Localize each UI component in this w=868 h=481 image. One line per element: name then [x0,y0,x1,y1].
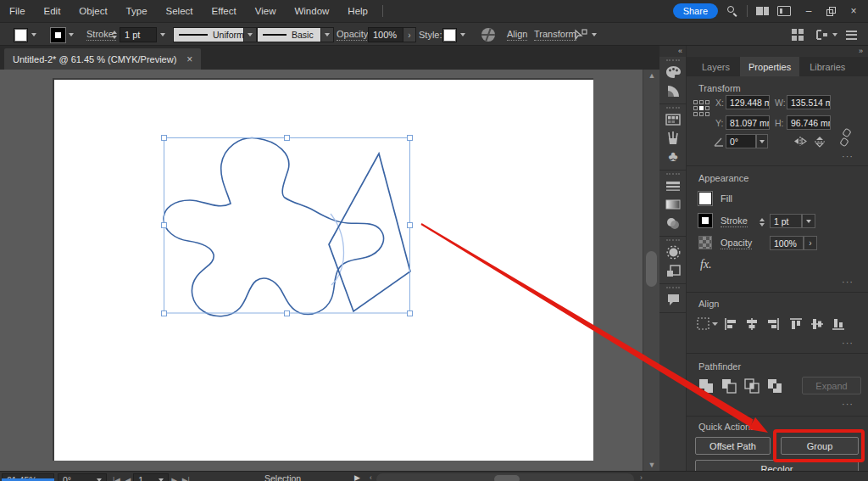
fill-swatch[interactable] [698,192,712,205]
transparency-panel-icon[interactable] [659,214,687,232]
opacity-label[interactable]: Opacity: [337,29,370,41]
brush-definition-select[interactable]: Basic [257,27,321,42]
menu-edit[interactable]: Edit [35,0,70,22]
tab-properties[interactable]: Properties [740,57,799,76]
style-chevron-icon[interactable] [460,33,465,36]
flip-horizontal-icon[interactable] [793,136,807,147]
status-play-icon[interactable]: ▶ [354,473,360,481]
isolate-mode-icon[interactable] [481,28,495,42]
share-button[interactable]: Share [673,3,718,19]
select-similar-icon[interactable] [573,28,588,42]
document-layout-icon[interactable] [777,6,791,16]
fill-label[interactable]: Fill [721,193,732,204]
rotation-select[interactable]: 0° [58,473,107,481]
x-field[interactable]: 129.448 mm [726,95,770,109]
snap-options-chevron-icon[interactable] [832,33,837,36]
hscroll-right-icon[interactable]: › [640,473,643,481]
dock-grip[interactable] [666,59,680,61]
canvas-area[interactable] [0,70,643,471]
tab-layers[interactable]: Layers [693,57,738,76]
opacity-more-icon[interactable]: › [403,27,416,42]
minimize-button[interactable]: – [799,0,818,22]
search-icon[interactable] [726,5,738,17]
stroke-value-field[interactable]: 1 pt [770,214,802,228]
menu-type[interactable]: Type [117,0,157,22]
previous-artboard-icon[interactable]: ◀ [125,476,131,481]
brushes-panel-icon[interactable] [659,129,687,148]
dock-grip[interactable] [666,107,680,109]
rotation-field[interactable]: 0° [726,134,756,148]
menu-object[interactable]: Object [70,0,116,22]
align-link[interactable]: Align [507,29,527,41]
menu-window[interactable]: Window [285,0,338,22]
y-field[interactable]: 81.097 mm [726,115,770,130]
menu-view[interactable]: View [246,0,286,22]
color-guide-icon[interactable] [659,81,687,100]
width-profile-chevron-icon[interactable] [244,27,257,42]
canvas-horizontal-scrollbar[interactable] [376,473,634,481]
scroll-up-icon[interactable]: ▲ [643,71,660,80]
blob-shape[interactable] [164,138,384,316]
opacity-more-icon[interactable]: › [804,236,817,250]
workspace-grid-icon[interactable] [792,29,804,41]
vertical-align-bottom-icon[interactable] [832,317,845,331]
fx-button[interactable]: fx. [700,258,712,271]
pathfinder-intersect-icon[interactable] [744,378,760,394]
menu-file[interactable]: File [0,0,35,22]
color-panel-icon[interactable] [659,63,687,81]
vertical-scroll-thumb[interactable] [646,251,657,287]
scroll-down-icon[interactable]: ▼ [643,461,660,469]
next-artboard-icon[interactable]: ▶ [171,476,177,481]
align-more-options[interactable]: ··· [842,338,854,348]
opacity-link[interactable]: Opacity [721,238,752,249]
stroke-weight-value[interactable]: 1 pt [120,27,157,42]
dock-collapse-icon[interactable]: « [659,46,686,57]
h-field[interactable]: 96.746 mm [787,115,831,130]
gradient-panel-icon[interactable] [659,195,687,214]
stroke-chevron-icon[interactable] [69,33,74,36]
stroke-weight-chevron-icon[interactable] [160,33,165,36]
dock-grip[interactable] [666,239,680,241]
hscroll-left-icon[interactable]: ‹ [370,473,372,481]
arrange-documents-icon[interactable] [756,7,769,15]
dock-grip[interactable] [666,173,680,175]
offset-path-button[interactable]: Offset Path [695,437,771,455]
vertical-align-top-icon[interactable] [789,317,803,331]
pathfinder-minus-front-icon[interactable] [721,378,737,394]
graphic-styles-panel-icon[interactable] [659,261,687,280]
brush-definition-chevron-icon[interactable] [321,27,334,42]
flip-vertical-icon[interactable] [814,136,826,148]
horizontal-align-center-icon[interactable] [745,317,759,331]
vertical-align-center-icon[interactable] [810,317,824,331]
symbols-panel-icon[interactable]: ♣ [659,148,687,166]
comments-panel-icon[interactable] [659,290,687,309]
fill-chevron-icon[interactable] [31,33,36,36]
first-artboard-icon[interactable]: |◀ [113,476,120,481]
panel-collapse-icon[interactable]: » [687,46,868,57]
reference-point-icon[interactable] [693,100,709,116]
document-tab[interactable]: Untitled-2* @ 61.45 % (CMYK/Preview) × [4,48,201,70]
pathfinder-exclude-icon[interactable] [767,378,782,394]
last-artboard-icon[interactable]: ▶| [182,476,190,481]
menu-select[interactable]: Select [157,0,203,22]
dock-grip[interactable] [666,287,680,288]
snap-options-icon[interactable] [815,29,829,41]
stroke-weight-stepper[interactable] [112,31,117,39]
artboard-navigation-select[interactable]: 1 [133,473,169,481]
pathfinder-more-options[interactable]: ··· [842,399,854,409]
transform-more-options[interactable]: ··· [842,151,854,161]
pathfinder-unite-icon[interactable] [698,378,714,394]
canvas-vertical-scrollbar[interactable]: ▲ ▼ [643,70,659,471]
transform-link[interactable]: Transform [534,29,576,41]
w-field[interactable]: 135.514 mm [787,95,831,109]
close-button[interactable]: × [844,0,863,22]
control-panel-menu-icon[interactable] [846,31,857,40]
align-to-selector-icon[interactable] [697,317,719,331]
expand-button[interactable]: Expand [802,377,861,394]
swatches-panel-icon[interactable] [659,110,687,129]
stroke-link[interactable]: Stroke [721,215,748,227]
horizontal-align-left-icon[interactable] [724,317,737,331]
stroke-swatch[interactable] [698,214,712,227]
appearance-more-options[interactable]: ··· [842,277,854,287]
stroke-value-chevron-icon[interactable] [802,214,815,228]
